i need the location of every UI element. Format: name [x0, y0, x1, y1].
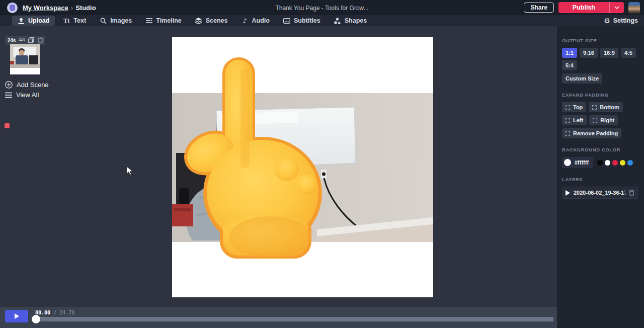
tab-shapes[interactable]: Shapes	[329, 16, 372, 26]
padding-bottom-button[interactable]: Bottom	[589, 102, 623, 112]
top-bar: My Workspace›Studio Thank You Page - Too…	[0, 0, 644, 15]
tab-scenes[interactable]: Scenes	[190, 16, 233, 26]
timeline-scrubber[interactable]	[32, 317, 553, 321]
canvas[interactable]	[172, 37, 433, 297]
scrubber-handle[interactable]	[32, 315, 40, 323]
layers-section: LAYERS 2020-06-02_19-36-17....	[562, 177, 638, 199]
tab-label: Shapes	[345, 17, 367, 24]
dashed-square-icon	[566, 118, 570, 123]
color-swatch-white[interactable]	[605, 160, 610, 166]
custom-size-button[interactable]: Custom Size	[562, 73, 602, 84]
tab-audio[interactable]: ♪ Audio	[236, 16, 275, 26]
duplicate-scene-icon[interactable]	[28, 37, 34, 43]
output-size-section: OUTPUT SIZE 1:1 9:16 16:9 4:5 5:4 Custom…	[562, 38, 638, 84]
tab-label: Text	[73, 17, 86, 24]
breadcrumb-page: Studio	[75, 4, 96, 12]
workspace-avatar[interactable]	[7, 3, 18, 13]
user-avatar[interactable]	[628, 2, 640, 14]
tab-images[interactable]: Images	[94, 16, 137, 26]
ratio-button-5-4[interactable]: 5:4	[562, 60, 577, 70]
breadcrumb-workspace-link[interactable]: My Workspace	[23, 4, 68, 12]
workspace-avatar-icon	[10, 5, 15, 11]
scenes-icon	[195, 17, 202, 24]
dashed-square-icon	[592, 105, 597, 110]
dashed-square-icon	[566, 131, 570, 136]
publish-label: Publish	[558, 4, 609, 11]
upload-icon	[18, 17, 25, 24]
document-title[interactable]: Thank You Page - Tools for Grow...	[275, 5, 368, 12]
playback-bar: 00.00 / 24.78	[0, 307, 557, 328]
editor-toolbar: Upload Tt Text Images Timeline Scenes ♪ …	[0, 15, 644, 26]
add-scene-icon	[5, 81, 13, 89]
layer-delete-icon[interactable]	[629, 190, 634, 196]
ratio-button-1-1[interactable]: 1:1	[562, 48, 577, 58]
tab-label: Scenes	[206, 17, 228, 24]
remove-padding-label: Remove Padding	[573, 130, 618, 136]
time-display: 00.00 / 24.78	[35, 310, 74, 315]
time-separator: /	[50, 310, 59, 315]
text-icon: Tt	[63, 17, 70, 24]
padding-right-button[interactable]: Right	[589, 115, 618, 125]
tab-label: Subtitles	[294, 17, 320, 24]
tab-subtitles[interactable]: Subtitles	[278, 16, 326, 26]
tab-label: Upload	[28, 17, 49, 24]
expand-padding-section: EXPAND PADDING Top Bottom Left Right Rem…	[562, 92, 638, 138]
expand-padding-heading: EXPAND PADDING	[562, 92, 638, 98]
play-button[interactable]	[5, 310, 28, 322]
padding-left-label: Left	[573, 117, 583, 123]
background-color-section: BACKGROUND COLOR #ffffff	[562, 147, 638, 168]
publish-button[interactable]: Publish	[558, 2, 624, 13]
background-color-picker[interactable]: #ffffff	[562, 157, 593, 168]
ratio-button-16-9[interactable]: 16:9	[600, 48, 618, 58]
topbar-actions: Share Publish	[524, 2, 640, 14]
scene-thumbnail-image	[10, 44, 40, 74]
padding-left-button[interactable]: Left	[562, 115, 587, 125]
canvas-scene	[172, 37, 433, 297]
total-time: 24.78	[59, 310, 74, 315]
add-scene-label: Add Scene	[17, 81, 49, 89]
settings-button[interactable]: ⚙ Settings	[604, 15, 638, 26]
share-button[interactable]: Share	[524, 3, 553, 13]
studio-app: My Workspace›Studio Thank You Page - Too…	[0, 0, 644, 328]
ratio-button-4-5[interactable]: 4:5	[621, 48, 636, 58]
view-all-label: View All	[16, 91, 39, 99]
right-sidebar: OUTPUT SIZE 1:1 9:16 16:9 4:5 5:4 Custom…	[557, 26, 644, 328]
output-size-heading: OUTPUT SIZE	[562, 38, 638, 43]
remove-padding-button[interactable]: Remove Padding	[562, 128, 621, 138]
scene-duration-label: 24s	[7, 38, 16, 43]
chevron-down-icon[interactable]	[610, 6, 624, 9]
color-swatch-yellow[interactable]	[620, 160, 625, 166]
background-color-value: #ffffff	[575, 159, 589, 166]
color-swatch-red[interactable]	[612, 160, 618, 166]
current-color-swatch	[564, 159, 571, 166]
scene-timeline-icon[interactable]	[19, 38, 25, 43]
current-time: 00.00	[35, 310, 50, 315]
padding-top-label: Top	[573, 104, 583, 110]
padding-bottom-label: Bottom	[600, 104, 619, 110]
layer-name: 2020-06-02_19-36-17....	[574, 190, 625, 196]
tab-text[interactable]: Tt Text	[57, 16, 92, 26]
layer-item[interactable]: 2020-06-02_19-36-17....	[562, 187, 638, 199]
color-swatch-black[interactable]	[597, 160, 603, 166]
scene-thumbnail[interactable]	[10, 44, 40, 74]
breadcrumb-separator: ›	[71, 4, 73, 12]
dashed-square-icon	[593, 118, 597, 123]
music-note-icon: ♪	[242, 17, 249, 24]
shapes-icon	[334, 17, 341, 24]
scene-toolbar: 24s	[5, 36, 45, 45]
timeline-icon	[145, 17, 152, 24]
tab-label: Audio	[252, 17, 270, 24]
view-all-button[interactable]: View All	[5, 91, 39, 99]
tab-upload[interactable]: Upload	[12, 16, 55, 26]
workspace: 24s Add Scene View All	[0, 26, 557, 307]
play-icon	[15, 313, 19, 319]
ratio-button-9-16[interactable]: 9:16	[580, 48, 598, 58]
padding-top-button[interactable]: Top	[562, 102, 586, 112]
tab-label: Images	[110, 17, 132, 24]
layer-play-icon[interactable]	[566, 190, 570, 196]
add-scene-button[interactable]: Add Scene	[5, 81, 49, 89]
color-swatch-blue[interactable]	[627, 160, 633, 166]
tab-timeline[interactable]: Timeline	[140, 16, 187, 26]
delete-scene-icon[interactable]	[37, 37, 44, 44]
background-color-heading: BACKGROUND COLOR	[562, 147, 638, 152]
